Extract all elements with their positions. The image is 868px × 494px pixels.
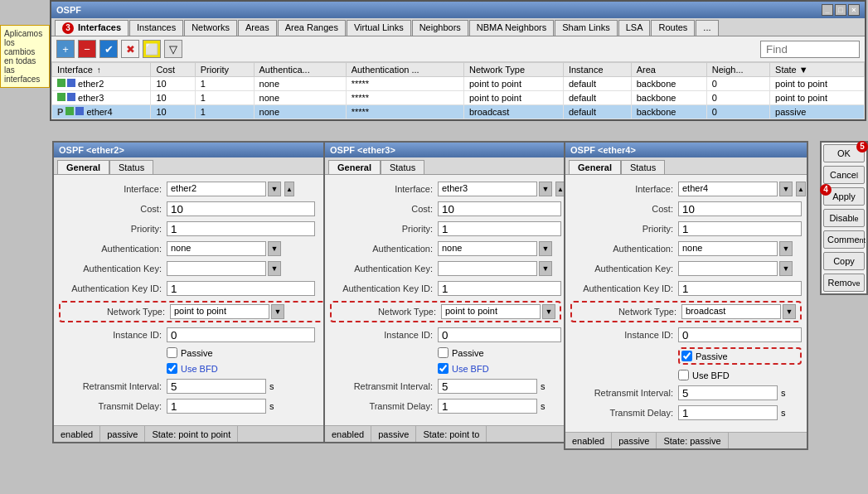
network-type-select-ether4[interactable]: broadcast [681, 304, 781, 319]
auth-keyid-input-ether3[interactable] [438, 281, 561, 296]
retransmit-input-ether3[interactable] [438, 379, 537, 394]
auth-key-dropdown-ether2[interactable]: ▼ [268, 261, 281, 276]
priority-input-ether4[interactable] [678, 221, 802, 236]
passive-checkbox-ether3[interactable] [438, 347, 449, 358]
remove-button[interactable]: − [78, 40, 96, 58]
cancel-button[interactable]: ✖ [121, 40, 139, 58]
cost-input-ether2[interactable] [167, 201, 315, 216]
status-enabled-ether3: enabled [325, 426, 371, 442]
apply-button[interactable]: ✔ [99, 40, 118, 58]
tab-nbma-neighbors[interactable]: NBMA Neighbors [469, 20, 554, 36]
sub-tab-general-ether3[interactable]: General [328, 160, 381, 174]
network-type-select-ether3[interactable]: point to point [441, 304, 541, 319]
priority-input-ether2[interactable] [167, 221, 315, 236]
table-row[interactable]: ether3 10 1 none ***** point to point de… [52, 91, 865, 105]
tab-area-ranges[interactable]: Area Ranges [278, 20, 346, 36]
auth-dropdown-ether3[interactable]: ▼ [539, 241, 552, 256]
passive-row-ether4: Passive [678, 347, 802, 365]
interface-input-ether2[interactable]: ether2 [167, 182, 266, 196]
status-state-ether3: State: point to [416, 426, 487, 442]
close-button[interactable]: × [848, 4, 860, 16]
copy-button-action[interactable]: Copy [823, 252, 865, 270]
tab-areas[interactable]: Areas [238, 20, 277, 36]
disable-button[interactable]: Disable [823, 209, 865, 227]
bfd-row-ether4: Use BFD [678, 370, 802, 380]
auth-select-ether3[interactable]: none [438, 241, 537, 256]
bfd-checkbox-ether3[interactable] [438, 363, 449, 374]
add-button[interactable]: + [56, 40, 75, 58]
find-input[interactable] [760, 41, 860, 58]
network-type-dropdown-ether3[interactable]: ▼ [542, 304, 555, 319]
interface-dropdown-ether3[interactable]: ▼ [539, 182, 552, 196]
priority-input-ether3[interactable] [438, 221, 561, 236]
tab-routes[interactable]: Routes [651, 20, 695, 36]
tab-lsa[interactable]: LSA [618, 20, 651, 36]
interfaces-table: Interface ↑ Cost Priority Authentica... … [51, 62, 865, 119]
tooltip-text: Aplicamos los cambios en todas las inter… [4, 29, 42, 84]
form-row-auth-keyid: Authentication Key ID: [570, 281, 802, 296]
cost-input-ether3[interactable] [438, 201, 561, 216]
retransmit-input-ether4[interactable] [678, 385, 778, 400]
cell-area: backbone [631, 91, 706, 105]
status-bar-ether4: enabled passive State: passive [565, 432, 807, 448]
form-row-auth: Authentication: none ▼ [570, 241, 802, 256]
form-row-auth-key: Authentication Key: ▼ [330, 261, 561, 276]
cancel-button-action[interactable]: Cancel [823, 166, 865, 184]
table-row[interactable]: ether2 10 1 none ***** point to point de… [52, 77, 865, 91]
interface-scroll-ether2[interactable]: ▲ [284, 182, 294, 196]
network-type-dropdown-ether4[interactable]: ▼ [783, 304, 796, 319]
instance-id-input-ether4[interactable] [678, 327, 802, 342]
cost-input-ether4[interactable] [678, 201, 802, 216]
copy-button[interactable]: ⬜ [143, 40, 161, 58]
form-row-auth-key: Authentication Key: ▼ [59, 261, 352, 276]
sub-tab-general-ether2[interactable]: General [57, 160, 109, 174]
sub-tab-status-ether4[interactable]: Status [621, 160, 665, 174]
table-row[interactable]: P ether4 10 1 none ***** broadcast defau… [52, 105, 865, 119]
interface-input-ether4[interactable]: ether4 [678, 182, 778, 196]
network-type-select-ether2[interactable]: point to point [170, 304, 269, 319]
sub-tab-status-ether3[interactable]: Status [381, 160, 424, 174]
comment-button[interactable]: Comment [823, 230, 865, 249]
minimize-button[interactable]: _ [822, 4, 833, 16]
interface-scroll-ether4[interactable]: ▲ [796, 182, 806, 196]
passive-checkbox-ether4[interactable] [681, 351, 692, 361]
transmit-input-ether2[interactable] [167, 399, 266, 414]
auth-dropdown-ether2[interactable]: ▼ [268, 241, 281, 256]
tab-more[interactable]: ... [696, 20, 718, 36]
maximize-button[interactable]: □ [835, 4, 846, 16]
tab-networks[interactable]: Networks [184, 20, 237, 36]
auth-keyid-input-ether4[interactable] [678, 281, 802, 296]
transmit-input-ether4[interactable] [678, 405, 778, 420]
sub-tab-status-ether2[interactable]: Status [109, 160, 153, 174]
passive-checkbox-ether2[interactable] [167, 347, 177, 358]
auth-key-select-ether4[interactable] [678, 261, 778, 276]
auth-key-dropdown-ether3[interactable]: ▼ [539, 261, 552, 276]
tab-virtual-links[interactable]: Virtual Links [347, 20, 411, 36]
auth-key-select-ether2[interactable] [167, 261, 266, 276]
interface-input-ether3[interactable]: ether3 [438, 182, 537, 196]
instance-id-input-ether2[interactable] [167, 327, 315, 342]
auth-select-ether2[interactable]: none [167, 241, 266, 256]
auth-key-select-ether3[interactable] [438, 261, 537, 276]
interface-dropdown-ether4[interactable]: ▼ [779, 182, 793, 196]
interfaces-table-container: Interface ↑ Cost Priority Authentica... … [51, 62, 865, 119]
auth-select-ether4[interactable]: none [678, 241, 778, 256]
status-state-ether4: State: passive [657, 433, 728, 448]
tab-sham-links[interactable]: Sham Links [555, 20, 617, 36]
auth-keyid-input-ether2[interactable] [167, 281, 315, 296]
auth-dropdown-ether4[interactable]: ▼ [779, 241, 793, 256]
sub-tab-general-ether4[interactable]: General [569, 160, 621, 174]
bfd-checkbox-ether4[interactable] [678, 370, 689, 380]
tab-instances[interactable]: Instances [129, 20, 183, 36]
network-type-dropdown-ether2[interactable]: ▼ [271, 304, 284, 319]
remove-button-action[interactable]: Remove [823, 274, 865, 292]
tab-interfaces[interactable]: 3 Interfaces [55, 20, 129, 36]
filter-button[interactable]: ▽ [164, 40, 182, 58]
instance-id-input-ether3[interactable] [438, 327, 561, 342]
bfd-checkbox-ether2[interactable] [167, 363, 177, 374]
transmit-input-ether3[interactable] [438, 399, 537, 414]
tab-neighbors[interactable]: Neighbors [412, 20, 468, 36]
auth-key-dropdown-ether4[interactable]: ▼ [779, 261, 793, 276]
retransmit-input-ether2[interactable] [167, 379, 266, 394]
interface-dropdown-ether2[interactable]: ▼ [268, 182, 281, 196]
